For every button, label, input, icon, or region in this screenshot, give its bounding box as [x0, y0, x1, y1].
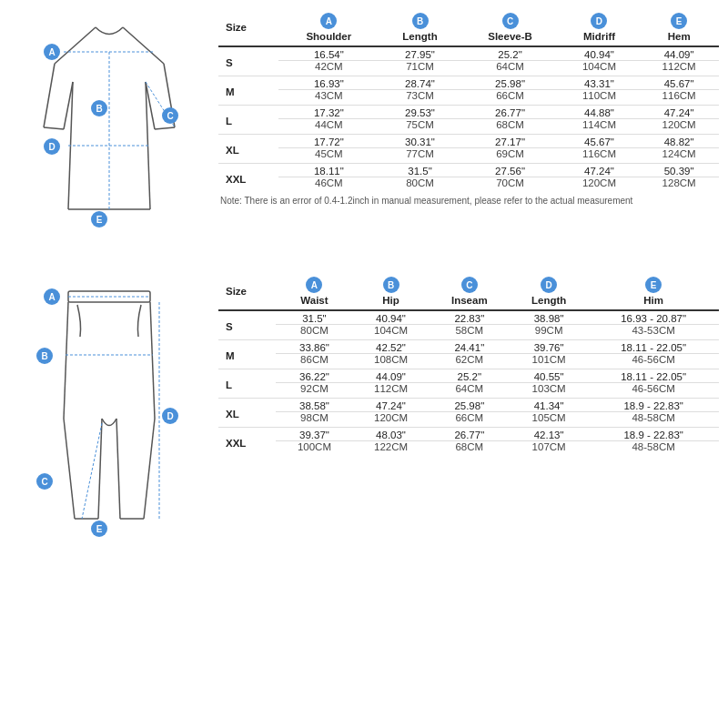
- svg-line-2: [44, 127, 64, 129]
- data-cell: 18.9 - 22.83": [588, 399, 719, 412]
- data-cell: 25.98": [430, 399, 510, 412]
- data-cell-cm: 46-56CM: [588, 354, 719, 369]
- data-cell-cm: 75CM: [379, 119, 461, 135]
- table-row-cm: 86CM108CM62CM101CM46-56CM: [218, 354, 719, 369]
- size-cell: L: [218, 106, 278, 135]
- data-cell-cm: 66CM: [460, 90, 559, 106]
- data-cell-cm: 114CM: [560, 119, 640, 135]
- table-row-cm: 92CM112CM64CM103CM46-56CM: [218, 383, 719, 399]
- data-cell: 47.24": [560, 164, 640, 177]
- pants-label-d: D: [162, 408, 178, 424]
- svg-line-23: [150, 302, 155, 419]
- size-cell: XXL: [218, 428, 276, 457]
- pants-diagram: A B C D E: [9, 273, 209, 555]
- svg-line-0: [55, 27, 96, 64]
- data-cell: 47.24": [353, 399, 430, 412]
- data-cell: 50.39": [639, 164, 719, 177]
- table-row-cm: 100CM122CM68CM107CM48-58CM: [218, 441, 719, 457]
- data-cell: 31.5": [379, 164, 461, 177]
- data-cell-cm: 42CM: [278, 61, 379, 76]
- data-cell: 48.03": [353, 428, 430, 441]
- data-cell: 44.88": [560, 106, 640, 119]
- data-cell-cm: 100CM: [276, 441, 352, 457]
- data-cell: 22.83": [430, 310, 510, 325]
- data-cell: 18.11 - 22.05": [588, 340, 719, 354]
- data-cell-cm: 70CM: [460, 177, 559, 193]
- shirt-col-e: E Hem: [639, 9, 719, 46]
- table-row-cm: 80CM104CM58CM99CM43-53CM: [218, 325, 719, 340]
- table-row-cm: 45CM77CM69CM116CM124CM: [218, 148, 719, 164]
- shirt-note: Note: There is an error of 0.4-1.2inch i…: [218, 196, 719, 206]
- size-cell: S: [218, 46, 278, 76]
- shirt-label-a: A: [44, 44, 60, 60]
- pants-col-e: E Him: [588, 273, 719, 310]
- data-cell: 47.24": [639, 106, 719, 119]
- pants-section: A B C D E Size A Waist: [9, 273, 719, 555]
- data-cell: 29.53": [379, 106, 461, 119]
- data-cell-cm: 73CM: [379, 90, 461, 106]
- data-cell-cm: 68CM: [430, 441, 510, 457]
- data-cell-cm: 120CM: [560, 177, 640, 193]
- data-cell: 25.2": [460, 46, 559, 61]
- data-cell-cm: 122CM: [353, 441, 430, 457]
- data-cell-cm: 58CM: [430, 325, 510, 340]
- data-cell: 25.98": [460, 76, 559, 90]
- table-row: L17.32"29.53"26.77"44.88"47.24": [218, 106, 719, 119]
- pants-col-a: A Waist: [276, 273, 352, 310]
- data-cell-cm: 116CM: [560, 148, 640, 164]
- data-cell: 48.82": [639, 135, 719, 148]
- svg-line-22: [144, 419, 155, 519]
- size-cell: XL: [218, 399, 276, 428]
- data-cell: 16.54": [278, 46, 379, 61]
- data-cell-cm: 128CM: [639, 177, 719, 193]
- svg-line-6: [155, 127, 175, 129]
- table-row: M16.93"28.74"25.98"43.31"45.67": [218, 76, 719, 90]
- pants-label-b: B: [36, 348, 53, 364]
- shirt-col-a: A Shoulder: [278, 9, 379, 46]
- data-cell-cm: 107CM: [510, 441, 588, 457]
- data-cell: 38.98": [510, 310, 588, 325]
- svg-line-17: [64, 419, 75, 519]
- size-cell: L: [218, 369, 276, 399]
- data-cell-cm: 46CM: [278, 177, 379, 193]
- data-cell: 36.22": [276, 369, 352, 383]
- table-row-cm: 98CM120CM66CM105CM48-58CM: [218, 412, 719, 428]
- data-cell-cm: 77CM: [379, 148, 461, 164]
- data-cell: 27.17": [460, 135, 559, 148]
- page: A B C D E Size A Shoulder: [0, 0, 728, 573]
- data-cell-cm: 69CM: [460, 148, 559, 164]
- pants-col-d: D Length: [510, 273, 588, 310]
- data-cell-cm: 80CM: [379, 177, 461, 193]
- data-cell-cm: 64CM: [460, 61, 559, 76]
- data-cell: 44.09": [353, 369, 430, 383]
- table-row-cm: 44CM75CM68CM114CM120CM: [218, 119, 719, 135]
- shirt-label-c: C: [162, 107, 178, 124]
- table-row: XL38.58"47.24"25.98"41.34"18.9 - 22.83": [218, 399, 719, 412]
- data-cell-cm: 45CM: [278, 148, 379, 164]
- data-cell: 40.94": [353, 310, 430, 325]
- pants-col-b: B Hip: [353, 273, 430, 310]
- table-row-cm: 42CM71CM64CM104CM112CM: [218, 61, 719, 76]
- shirt-label-d: D: [44, 138, 60, 155]
- data-cell-cm: 120CM: [639, 119, 719, 135]
- pants-label-e: E: [91, 521, 107, 537]
- data-cell-cm: 101CM: [510, 354, 588, 369]
- table-row: M33.86"42.52"24.41"39.76"18.11 - 22.05": [218, 340, 719, 354]
- data-cell: 38.58": [276, 399, 352, 412]
- pants-label-a: A: [44, 288, 60, 305]
- table-row: S31.5"40.94"22.83"38.98"16.93 - 20.87": [218, 310, 719, 325]
- shirt-table-area: Size A Shoulder B Length: [209, 9, 719, 264]
- data-cell: 45.67": [639, 76, 719, 90]
- data-cell-cm: 108CM: [353, 354, 430, 369]
- size-cell: M: [218, 76, 278, 106]
- data-cell-cm: 86CM: [276, 354, 352, 369]
- data-cell-cm: 44CM: [278, 119, 379, 135]
- shirt-table: Size A Shoulder B Length: [218, 9, 719, 192]
- data-cell-cm: 99CM: [510, 325, 588, 340]
- data-cell: 33.86": [276, 340, 352, 354]
- data-cell: 42.52": [353, 340, 430, 354]
- data-cell: 40.55": [510, 369, 588, 383]
- shirt-diagram: A B C D E: [9, 9, 209, 264]
- size-cell: XXL: [218, 164, 278, 193]
- data-cell: 39.37": [276, 428, 352, 441]
